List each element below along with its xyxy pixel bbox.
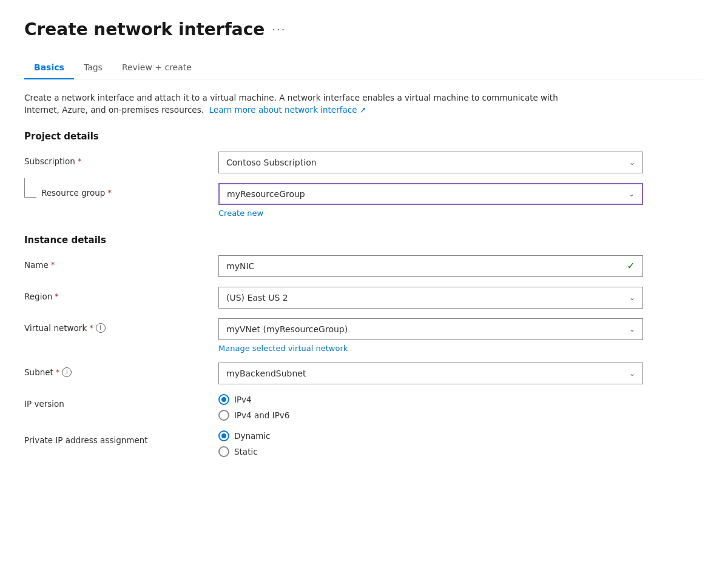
manage-virtual-network-link[interactable]: Manage selected virtual network — [218, 344, 348, 353]
virtual-network-row: Virtual network * i myVNet (myResourceGr… — [24, 318, 704, 353]
tab-review-create[interactable]: Review + create — [112, 56, 201, 79]
project-details-title: Project details — [24, 131, 704, 142]
private-ip-label: Private IP address assignment — [24, 430, 218, 445]
subscription-row: Subscription * Contoso Subscription ⌄ — [24, 152, 704, 173]
indent-line — [24, 178, 36, 198]
private-ip-static-label: Static — [234, 447, 258, 456]
ip-version-ipv4v6-radio[interactable] — [218, 410, 229, 421]
ip-version-row: IP version IPv4 IPv4 and IPv6 — [24, 394, 704, 421]
ip-version-ipv4v6-label: IPv4 and IPv6 — [234, 410, 289, 420]
virtual-network-info-icon[interactable]: i — [96, 323, 106, 333]
virtual-network-chevron-icon: ⌄ — [629, 325, 635, 333]
virtual-network-required-star: * — [89, 323, 93, 332]
name-label: Name * — [24, 255, 218, 270]
ip-version-ipv4v6-option[interactable]: IPv4 and IPv6 — [218, 410, 643, 421]
page-description: Create a network interface and attach it… — [24, 92, 570, 116]
ip-version-ipv4-label: IPv4 — [234, 395, 252, 404]
subscription-control-wrap: Contoso Subscription ⌄ — [218, 152, 643, 173]
virtual-network-control-wrap: myVNet (myResourceGroup) ⌄ Manage select… — [218, 318, 643, 353]
private-ip-dynamic-radio[interactable] — [218, 430, 229, 441]
subnet-control-wrap: myBackendSubnet ⌄ — [218, 363, 643, 384]
ip-version-ipv4-radio[interactable] — [218, 394, 229, 405]
resource-group-required-star: * — [107, 188, 112, 197]
virtual-network-label: Virtual network * i — [24, 318, 218, 333]
private-ip-row: Private IP address assignment Dynamic St… — [24, 430, 704, 457]
resource-group-indent: Resource group * — [24, 183, 218, 198]
tab-tags[interactable]: Tags — [74, 56, 112, 79]
tab-bar: Basics Tags Review + create — [24, 56, 704, 79]
region-chevron-icon: ⌄ — [629, 293, 635, 302]
project-details-section: Project details Subscription * Contoso S… — [24, 131, 704, 218]
subnet-label: Subnet * i — [24, 363, 218, 377]
subscription-chevron-icon: ⌄ — [629, 158, 635, 167]
region-dropdown[interactable]: (US) East US 2 ⌄ — [218, 287, 643, 309]
name-control-wrap: myNIC ✓ — [218, 255, 643, 277]
resource-group-label: Resource group * — [41, 188, 112, 198]
external-link-icon: ↗ — [360, 105, 366, 115]
private-ip-radio-group: Dynamic Static — [218, 430, 643, 457]
subscription-required-star: * — [78, 156, 82, 165]
tab-basics[interactable]: Basics — [24, 56, 74, 79]
private-ip-dynamic-radio-inner — [221, 433, 226, 438]
instance-details-title: Instance details — [24, 235, 704, 246]
subnet-dropdown[interactable]: myBackendSubnet ⌄ — [218, 363, 643, 384]
private-ip-control-wrap: Dynamic Static — [218, 430, 643, 457]
name-required-star: * — [51, 260, 55, 269]
virtual-network-dropdown[interactable]: myVNet (myResourceGroup) ⌄ — [218, 318, 643, 340]
subscription-label: Subscription * — [24, 152, 218, 166]
page-title: Create network interface — [24, 19, 265, 39]
subnet-required-star: * — [56, 367, 60, 376]
region-row: Region * (US) East US 2 ⌄ — [24, 287, 704, 309]
create-new-link[interactable]: Create new — [218, 209, 263, 218]
region-label: Region * — [24, 287, 218, 301]
private-ip-dynamic-label: Dynamic — [234, 431, 271, 441]
instance-details-section: Instance details Name * myNIC ✓ Region *… — [24, 235, 704, 457]
ip-version-radio-group: IPv4 IPv4 and IPv6 — [218, 394, 643, 421]
private-ip-static-option[interactable]: Static — [218, 446, 643, 457]
page-header: Create network interface ··· — [24, 19, 704, 39]
ip-version-control-wrap: IPv4 IPv4 and IPv6 — [218, 394, 643, 421]
resource-group-dropdown[interactable]: myResourceGroup ⌄ — [218, 183, 643, 205]
subscription-dropdown[interactable]: Contoso Subscription ⌄ — [218, 152, 643, 173]
region-required-star: * — [55, 292, 59, 301]
ip-version-ipv4-radio-inner — [221, 397, 226, 402]
resource-group-row: Resource group * myResourceGroup ⌄ Creat… — [24, 183, 704, 218]
name-valid-icon: ✓ — [627, 260, 635, 272]
resource-group-chevron-icon: ⌄ — [629, 190, 635, 198]
private-ip-dynamic-option[interactable]: Dynamic — [218, 430, 643, 441]
private-ip-static-radio[interactable] — [218, 446, 229, 457]
more-options-icon[interactable]: ··· — [272, 23, 286, 36]
ip-version-label: IP version — [24, 394, 218, 409]
learn-more-link[interactable]: Learn more about network interface ↗ — [206, 105, 366, 115]
region-control-wrap: (US) East US 2 ⌄ — [218, 287, 643, 309]
subnet-chevron-icon: ⌄ — [629, 369, 635, 378]
resource-group-control-wrap: myResourceGroup ⌄ Create new — [218, 183, 643, 218]
subnet-info-icon[interactable]: i — [62, 367, 72, 377]
ip-version-ipv4-option[interactable]: IPv4 — [218, 394, 643, 405]
name-row: Name * myNIC ✓ — [24, 255, 704, 277]
name-input[interactable]: myNIC ✓ — [218, 255, 643, 277]
subnet-row: Subnet * i myBackendSubnet ⌄ — [24, 363, 704, 384]
